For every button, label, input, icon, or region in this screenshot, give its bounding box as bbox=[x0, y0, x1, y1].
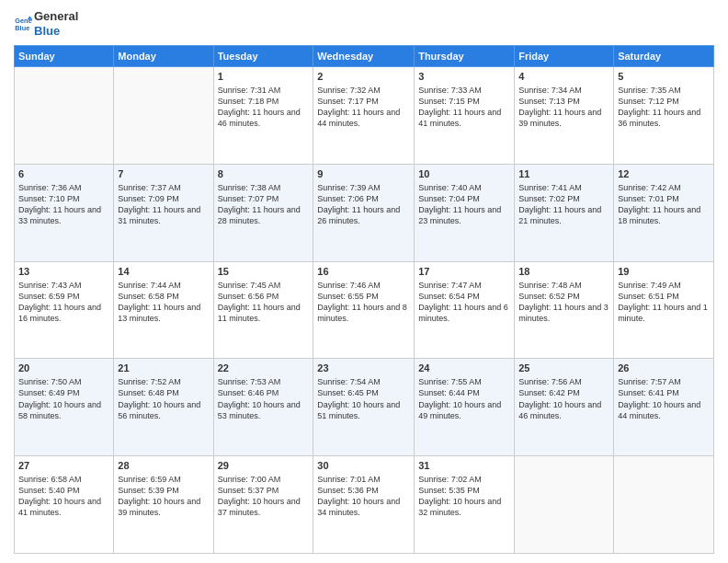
calendar-week-row: 27Sunrise: 6:58 AMSunset: 5:40 PMDayligh… bbox=[15, 456, 714, 554]
day-number: 28 bbox=[118, 459, 209, 473]
day-number: 21 bbox=[118, 362, 209, 375]
calendar-day-cell: 28Sunrise: 6:59 AMSunset: 5:39 PMDayligh… bbox=[114, 456, 213, 554]
day-info: Sunrise: 7:02 AMSunset: 5:35 PMDaylight:… bbox=[418, 474, 510, 519]
day-info: Sunrise: 7:47 AMSunset: 6:54 PMDaylight:… bbox=[418, 280, 510, 325]
calendar-week-row: 1Sunrise: 7:31 AMSunset: 7:18 PMDaylight… bbox=[15, 67, 714, 165]
day-info: Sunrise: 7:57 AMSunset: 6:41 PMDaylight:… bbox=[618, 376, 710, 421]
calendar-week-row: 20Sunrise: 7:50 AMSunset: 6:49 PMDayligh… bbox=[15, 359, 714, 456]
calendar-day-cell: 6Sunrise: 7:36 AMSunset: 7:10 PMDaylight… bbox=[15, 164, 114, 261]
calendar-day-cell: 30Sunrise: 7:01 AMSunset: 5:36 PMDayligh… bbox=[313, 456, 415, 554]
day-number: 5 bbox=[618, 70, 710, 84]
day-number: 18 bbox=[518, 265, 609, 279]
day-info: Sunrise: 7:39 AMSunset: 7:06 PMDaylight:… bbox=[317, 182, 410, 227]
day-info: Sunrise: 7:41 AMSunset: 7:02 PMDaylight:… bbox=[518, 182, 609, 227]
day-info: Sunrise: 7:54 AMSunset: 6:45 PMDaylight:… bbox=[317, 376, 410, 421]
calendar-day-cell: 21Sunrise: 7:52 AMSunset: 6:48 PMDayligh… bbox=[114, 359, 213, 456]
weekday-header: Thursday bbox=[415, 46, 515, 67]
day-number: 11 bbox=[518, 167, 609, 181]
day-number: 30 bbox=[317, 459, 410, 473]
day-info: Sunrise: 7:44 AMSunset: 6:58 PMDaylight:… bbox=[118, 280, 209, 325]
day-number: 20 bbox=[18, 362, 109, 375]
calendar-day-cell: 4Sunrise: 7:34 AMSunset: 7:13 PMDaylight… bbox=[515, 67, 614, 165]
calendar-day-cell: 10Sunrise: 7:40 AMSunset: 7:04 PMDayligh… bbox=[415, 164, 515, 261]
calendar-table: SundayMondayTuesdayWednesdayThursdayFrid… bbox=[14, 45, 714, 554]
logo-text: General Blue bbox=[34, 9, 78, 38]
day-info: Sunrise: 7:50 AMSunset: 6:49 PMDaylight:… bbox=[18, 376, 109, 421]
calendar-day-cell: 14Sunrise: 7:44 AMSunset: 6:58 PMDayligh… bbox=[114, 261, 213, 359]
weekday-header: Saturday bbox=[614, 46, 714, 67]
day-info: Sunrise: 7:48 AMSunset: 6:52 PMDaylight:… bbox=[518, 280, 609, 325]
day-info: Sunrise: 7:52 AMSunset: 6:48 PMDaylight:… bbox=[118, 376, 209, 421]
calendar-day-cell: 1Sunrise: 7:31 AMSunset: 7:18 PMDaylight… bbox=[213, 67, 313, 165]
weekday-header: Sunday bbox=[15, 46, 114, 67]
calendar-day-cell bbox=[515, 456, 614, 554]
calendar-day-cell: 16Sunrise: 7:46 AMSunset: 6:55 PMDayligh… bbox=[313, 261, 415, 359]
logo-icon: General Blue bbox=[14, 15, 32, 33]
calendar-day-cell: 17Sunrise: 7:47 AMSunset: 6:54 PMDayligh… bbox=[415, 261, 515, 359]
day-number: 23 bbox=[317, 362, 410, 375]
calendar-day-cell: 7Sunrise: 7:37 AMSunset: 7:09 PMDaylight… bbox=[114, 164, 213, 261]
weekday-header: Monday bbox=[114, 46, 213, 67]
day-info: Sunrise: 7:40 AMSunset: 7:04 PMDaylight:… bbox=[418, 182, 510, 227]
calendar-day-cell: 5Sunrise: 7:35 AMSunset: 7:12 PMDaylight… bbox=[614, 67, 714, 165]
day-number: 29 bbox=[218, 459, 310, 473]
day-number: 14 bbox=[118, 265, 209, 279]
day-number: 31 bbox=[418, 459, 510, 473]
weekday-header: Wednesday bbox=[313, 46, 415, 67]
day-info: Sunrise: 7:53 AMSunset: 6:46 PMDaylight:… bbox=[218, 376, 310, 421]
day-number: 3 bbox=[418, 70, 510, 84]
calendar-day-cell: 24Sunrise: 7:55 AMSunset: 6:44 PMDayligh… bbox=[415, 359, 515, 456]
day-number: 24 bbox=[418, 362, 510, 375]
day-number: 1 bbox=[218, 70, 310, 84]
calendar-day-cell: 29Sunrise: 7:00 AMSunset: 5:37 PMDayligh… bbox=[213, 456, 313, 554]
day-number: 10 bbox=[418, 167, 510, 181]
calendar-day-cell: 13Sunrise: 7:43 AMSunset: 6:59 PMDayligh… bbox=[15, 261, 114, 359]
calendar-week-row: 6Sunrise: 7:36 AMSunset: 7:10 PMDaylight… bbox=[15, 164, 714, 261]
calendar-day-cell: 2Sunrise: 7:32 AMSunset: 7:17 PMDaylight… bbox=[313, 67, 415, 165]
calendar-day-cell: 11Sunrise: 7:41 AMSunset: 7:02 PMDayligh… bbox=[515, 164, 614, 261]
day-number: 8 bbox=[218, 167, 310, 181]
day-info: Sunrise: 7:36 AMSunset: 7:10 PMDaylight:… bbox=[18, 182, 109, 227]
calendar-day-cell: 25Sunrise: 7:56 AMSunset: 6:42 PMDayligh… bbox=[515, 359, 614, 456]
calendar-week-row: 13Sunrise: 7:43 AMSunset: 6:59 PMDayligh… bbox=[15, 261, 714, 359]
day-number: 19 bbox=[618, 265, 710, 279]
day-number: 13 bbox=[18, 265, 109, 279]
day-info: Sunrise: 7:45 AMSunset: 6:56 PMDaylight:… bbox=[218, 280, 310, 325]
day-info: Sunrise: 7:33 AMSunset: 7:15 PMDaylight:… bbox=[418, 85, 510, 130]
calendar-day-cell: 19Sunrise: 7:49 AMSunset: 6:51 PMDayligh… bbox=[614, 261, 714, 359]
day-info: Sunrise: 7:43 AMSunset: 6:59 PMDaylight:… bbox=[18, 280, 109, 325]
calendar-header-row: SundayMondayTuesdayWednesdayThursdayFrid… bbox=[15, 46, 714, 67]
day-info: Sunrise: 6:59 AMSunset: 5:39 PMDaylight:… bbox=[118, 474, 209, 519]
svg-text:Blue: Blue bbox=[15, 24, 29, 32]
calendar-day-cell: 12Sunrise: 7:42 AMSunset: 7:01 PMDayligh… bbox=[614, 164, 714, 261]
day-number: 7 bbox=[118, 167, 209, 181]
day-number: 2 bbox=[317, 70, 410, 84]
day-number: 17 bbox=[418, 265, 510, 279]
day-number: 26 bbox=[618, 362, 710, 375]
calendar-day-cell bbox=[114, 67, 213, 165]
day-info: Sunrise: 7:01 AMSunset: 5:36 PMDaylight:… bbox=[317, 474, 410, 519]
calendar-day-cell: 22Sunrise: 7:53 AMSunset: 6:46 PMDayligh… bbox=[213, 359, 313, 456]
weekday-header: Friday bbox=[515, 46, 614, 67]
day-info: Sunrise: 7:38 AMSunset: 7:07 PMDaylight:… bbox=[218, 182, 310, 227]
day-number: 12 bbox=[618, 167, 710, 181]
calendar-day-cell bbox=[15, 67, 114, 165]
day-info: Sunrise: 7:00 AMSunset: 5:37 PMDaylight:… bbox=[218, 474, 310, 519]
day-info: Sunrise: 7:55 AMSunset: 6:44 PMDaylight:… bbox=[418, 376, 510, 421]
day-number: 15 bbox=[218, 265, 310, 279]
calendar-day-cell: 9Sunrise: 7:39 AMSunset: 7:06 PMDaylight… bbox=[313, 164, 415, 261]
day-info: Sunrise: 7:31 AMSunset: 7:18 PMDaylight:… bbox=[218, 85, 310, 130]
day-number: 16 bbox=[317, 265, 410, 279]
calendar-day-cell bbox=[614, 456, 714, 554]
day-info: Sunrise: 7:42 AMSunset: 7:01 PMDaylight:… bbox=[618, 182, 710, 227]
calendar-day-cell: 31Sunrise: 7:02 AMSunset: 5:35 PMDayligh… bbox=[415, 456, 515, 554]
logo: General Blue General Blue bbox=[14, 9, 78, 38]
day-info: Sunrise: 6:58 AMSunset: 5:40 PMDaylight:… bbox=[18, 474, 109, 519]
day-number: 27 bbox=[18, 459, 109, 473]
day-number: 4 bbox=[518, 70, 609, 84]
day-info: Sunrise: 7:46 AMSunset: 6:55 PMDaylight:… bbox=[317, 280, 410, 325]
calendar-day-cell: 3Sunrise: 7:33 AMSunset: 7:15 PMDaylight… bbox=[415, 67, 515, 165]
page-header: General Blue General Blue bbox=[14, 9, 714, 38]
day-info: Sunrise: 7:32 AMSunset: 7:17 PMDaylight:… bbox=[317, 85, 410, 130]
day-info: Sunrise: 7:37 AMSunset: 7:09 PMDaylight:… bbox=[118, 182, 209, 227]
